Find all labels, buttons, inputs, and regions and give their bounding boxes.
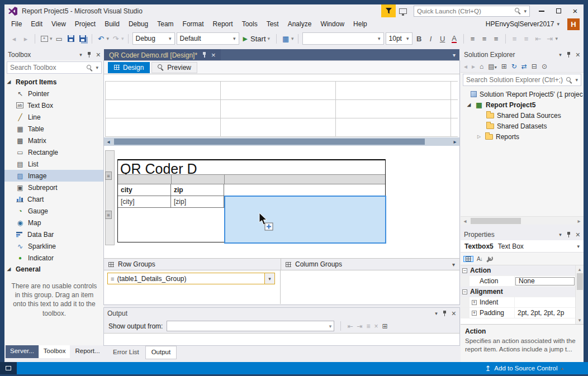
- tab-server-explorer[interactable]: Server...: [6, 345, 39, 358]
- find-in-files-icon[interactable]: ▦: [281, 32, 291, 45]
- header-cell-zip[interactable]: zip: [171, 184, 224, 196]
- menu-tools[interactable]: Tools: [238, 18, 262, 30]
- increase-indent-icon[interactable]: ⇥: [545, 32, 555, 45]
- toolbox-item-map[interactable]: ◉Map: [4, 217, 104, 229]
- bullet-list-icon[interactable]: ≡: [510, 32, 520, 45]
- menu-format[interactable]: Format: [178, 18, 208, 30]
- scroll-left-icon[interactable]: ◂: [461, 218, 470, 224]
- property-pages-icon[interactable]: [486, 255, 493, 263]
- font-name-dropdown[interactable]: ▾: [302, 32, 384, 45]
- window-position-icon[interactable]: ▾: [79, 52, 82, 58]
- toolbox-item-indicator[interactable]: ●Indicator: [4, 252, 104, 264]
- minimize-button[interactable]: [533, 4, 550, 17]
- output-content[interactable]: [104, 333, 459, 345]
- switch-views-icon[interactable]: ▤▾: [488, 63, 496, 70]
- toolbox-item-gauge[interactable]: ◔Gauge: [4, 205, 104, 217]
- chevron-down-icon[interactable]: ▾: [121, 36, 124, 41]
- next-message-icon[interactable]: ⇥: [357, 322, 362, 330]
- menu-debug[interactable]: Debug: [124, 18, 153, 30]
- new-project-button[interactable]: +: [39, 32, 49, 45]
- align-left-icon[interactable]: ≡: [468, 32, 478, 45]
- toolbox-item-image[interactable]: ▨Image: [4, 170, 104, 182]
- save-all-button[interactable]: [78, 32, 88, 45]
- clear-all-icon[interactable]: ≡: [367, 322, 371, 330]
- delete-icon[interactable]: ×: [374, 322, 378, 330]
- design-horizontal-scrollbar[interactable]: ◂ ▸: [104, 137, 459, 146]
- close-icon[interactable]: ×: [211, 51, 216, 59]
- empty-tablix-grid[interactable]: [105, 81, 458, 137]
- sync-icon[interactable]: ⇄: [521, 63, 527, 70]
- toolbox-search-input[interactable]: [10, 64, 84, 72]
- previous-message-icon[interactable]: ⇤: [347, 322, 353, 330]
- toolbox-item-sparkline[interactable]: ∿Sparkline: [4, 240, 104, 252]
- property-group-action[interactable]: − Action: [461, 265, 584, 276]
- scroll-right-icon[interactable]: ▸: [575, 218, 584, 224]
- categorized-button[interactable]: [463, 256, 473, 262]
- row-handle[interactable]: ≡: [105, 172, 112, 180]
- chevron-down-icon[interactable]: ▾: [50, 36, 53, 41]
- close-button[interactable]: ×: [567, 4, 584, 17]
- property-group-alignment[interactable]: − Alignment: [461, 287, 584, 297]
- chevron-down-icon[interactable]: ▾: [452, 261, 459, 268]
- detail-cell-zip[interactable]: [zip]: [171, 196, 224, 208]
- platform-dropdown[interactable]: Default▾: [177, 32, 239, 45]
- menu-team[interactable]: Team: [153, 18, 178, 30]
- column-groups-header[interactable]: Column Groups ▾: [281, 259, 459, 270]
- toolbox-search[interactable]: ▾: [7, 61, 102, 74]
- toolbox-item-chart[interactable]: Chart: [4, 193, 104, 205]
- undo-icon[interactable]: ↶: [96, 32, 106, 45]
- scroll-right-icon[interactable]: ▸: [451, 139, 459, 145]
- tab-report-data[interactable]: Report...: [70, 345, 104, 358]
- toolbox-item-databar[interactable]: Data Bar: [4, 229, 104, 240]
- tree-item-shared-datasets[interactable]: Shared Datasets: [461, 121, 584, 131]
- close-icon[interactable]: ×: [576, 231, 580, 239]
- selected-image-cell[interactable]: [224, 196, 386, 244]
- underline-button[interactable]: U: [438, 32, 448, 45]
- notifications-button[interactable]: [381, 4, 396, 17]
- property-row-action[interactable]: Action None: [461, 276, 584, 287]
- close-icon[interactable]: ×: [452, 310, 456, 317]
- pin-icon[interactable]: [566, 52, 571, 58]
- toolbox-item-rectangle[interactable]: ▭Rectangle: [4, 146, 104, 158]
- document-tab[interactable]: QR Coder Demo.rdl [Design]* ×: [104, 49, 221, 61]
- pin-icon[interactable]: [202, 52, 207, 58]
- output-header[interactable]: Output ▾ ×: [104, 308, 459, 319]
- menu-view[interactable]: View: [47, 18, 70, 30]
- chevron-down-icon[interactable]: ▾: [96, 65, 98, 70]
- output-source-dropdown[interactable]: ▾: [167, 321, 334, 331]
- expand-icon[interactable]: +: [472, 311, 477, 316]
- font-size-dropdown[interactable]: 10pt▾: [386, 32, 412, 45]
- toolbox-item-table[interactable]: ▦Table: [4, 123, 104, 135]
- chevron-down-icon[interactable]: ▾: [291, 36, 294, 41]
- quick-launch[interactable]: ▾: [414, 6, 530, 17]
- scroll-left-icon[interactable]: ◂: [104, 139, 113, 145]
- send-feedback-button[interactable]: [396, 4, 410, 17]
- property-row-indent[interactable]: +Indent: [461, 297, 584, 308]
- collapse-icon[interactable]: −: [462, 289, 467, 294]
- expand-icon[interactable]: +: [472, 300, 477, 305]
- toolbox-item-subreport[interactable]: ▣Subreport: [4, 182, 104, 193]
- align-right-icon[interactable]: ≡: [491, 32, 501, 45]
- font-color-button[interactable]: A: [449, 32, 459, 45]
- pin-icon[interactable]: [87, 52, 92, 58]
- tab-list-dropdown-icon[interactable]: ▾: [453, 52, 459, 58]
- tab-output[interactable]: Output: [146, 346, 177, 359]
- word-wrap-icon[interactable]: ⊞: [382, 322, 388, 330]
- maximize-button[interactable]: [550, 4, 567, 17]
- italic-button[interactable]: I: [426, 32, 436, 45]
- refresh-icon[interactable]: ↻: [511, 63, 517, 70]
- column-handles[interactable]: [118, 174, 385, 184]
- property-value[interactable]: 2pt, 2pt, 2pt, 2p: [515, 308, 584, 318]
- design-surface-report[interactable]: ≡ ≡ QR Coder D city zip [city]: [104, 146, 459, 258]
- toolbox-group-general[interactable]: ◢ General: [4, 264, 104, 275]
- collapse-all-icon[interactable]: ⊟: [532, 63, 537, 70]
- alphabetical-icon[interactable]: A↓: [477, 256, 482, 262]
- tree-item-project[interactable]: ◢ ▦ Report Project5: [461, 99, 584, 110]
- row-groups-header[interactable]: Row Groups: [104, 260, 281, 268]
- toolbar-overflow-icon[interactable]: ▾: [556, 36, 558, 41]
- menu-window[interactable]: Window: [316, 18, 349, 30]
- solution-search-input[interactable]: [466, 76, 563, 84]
- save-button[interactable]: [66, 32, 76, 45]
- properties-header[interactable]: Properties ▾ ×: [461, 229, 584, 240]
- navigate-back-icon[interactable]: ◂: [9, 32, 19, 45]
